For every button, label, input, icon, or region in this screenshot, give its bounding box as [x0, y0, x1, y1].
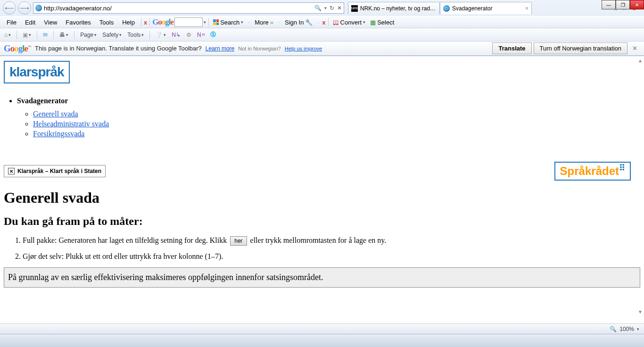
- help-icon[interactable]: ❔▾: [154, 31, 167, 39]
- taskbar[interactable]: [0, 334, 644, 347]
- onenote-settings-icon[interactable]: ⚙: [185, 31, 193, 39]
- skype-icon[interactable]: Ⓢ: [209, 30, 217, 40]
- zoom-dropdown-icon[interactable]: ▾: [637, 327, 639, 331]
- google-translate-logo: Google™: [4, 43, 31, 54]
- klarsprak-stamp: ✕ Klarspråk – Klart språk i Staten: [4, 165, 106, 177]
- nav-link-helse[interactable]: Helseadministrativ svada: [33, 120, 109, 128]
- close-button[interactable]: ✕: [630, 0, 644, 9]
- step-1: Full pakke: Generatoren har laget en til…: [23, 236, 640, 246]
- klarsprak-logo: klarspråk: [4, 61, 70, 83]
- menu-edit[interactable]: Edit: [21, 17, 39, 27]
- convert-button[interactable]: 🕮Convert▾: [331, 19, 368, 26]
- steps-list: Full pakke: Generatoren har laget en til…: [23, 236, 640, 261]
- nav-link-generell[interactable]: Generell svada: [33, 110, 78, 118]
- print-icon: 🖶: [59, 32, 65, 38]
- broken-image-icon: ✕: [8, 168, 15, 174]
- menu-help[interactable]: Help: [118, 17, 139, 27]
- navigation-row: ⟵ ⟶ 🔍▾ ↻ ✕ NRK NRK.no – nyheter, tv og r…: [0, 0, 644, 16]
- nav-heading: Svadagenerator Generell svada Helseadmin…: [17, 97, 640, 138]
- back-button[interactable]: ⟵: [3, 1, 16, 15]
- page-viewport: ▲ ▼ klarspråk Svadagenerator Generell sv…: [0, 56, 644, 316]
- translate-bar: Google™ This page is in Norwegian. Trans…: [0, 41, 644, 56]
- tab-label: NRK.no – nyheter, tv og radio ...: [360, 5, 437, 12]
- page-content: klarspråk Svadagenerator Generell svada …: [0, 56, 644, 297]
- search-icon[interactable]: 🔍: [314, 5, 322, 11]
- tab-close-icon[interactable]: ×: [525, 5, 528, 12]
- browser-chrome: ⟵ ⟶ 🔍▾ ↻ ✕ NRK NRK.no – nyheter, tv og r…: [0, 0, 644, 56]
- menu-view[interactable]: View: [40, 17, 61, 27]
- command-bar: ⌂▾ ▣▾ ✉ 🖶▾ Page▾ Safety▾ Tools▾ ❔▾ N↳ ⚙ …: [0, 28, 644, 41]
- page-nav: Svadagenerator Generell svada Helseadmin…: [17, 97, 640, 138]
- stop-icon[interactable]: ✕: [337, 5, 342, 11]
- step-2: Gjør det selv: Plukk ut ett ord eller ut…: [23, 252, 640, 261]
- refresh-icon[interactable]: ↻: [330, 5, 334, 11]
- address-bar[interactable]: 🔍▾ ↻ ✕: [33, 2, 344, 14]
- toolbar-close-icon[interactable]: x: [144, 19, 147, 26]
- her-button[interactable]: her: [230, 236, 247, 246]
- menu-favorites[interactable]: Favorites: [62, 17, 94, 27]
- tab-strip: NRK NRK.no – nyheter, tv og radio ... Sv…: [348, 2, 532, 14]
- select-icon: ▦: [370, 19, 376, 26]
- tab-label: Svadagenerator: [452, 5, 523, 12]
- google-signin-button[interactable]: Sign In 🔧: [283, 19, 314, 26]
- google-search-button[interactable]: Search▾: [211, 19, 245, 26]
- rss-icon: ▣: [23, 32, 28, 38]
- translate-learn-more-link[interactable]: Learn more: [206, 45, 234, 52]
- zoom-level[interactable]: 100%: [619, 326, 634, 332]
- home-dropdown[interactable]: ⌂▾: [3, 31, 12, 39]
- url-input[interactable]: [44, 5, 313, 12]
- ie-icon: [35, 5, 42, 11]
- translate-message: This page is in Norwegian. Translate it …: [35, 45, 202, 52]
- safety-menu[interactable]: Safety▾: [101, 31, 123, 39]
- stamp-label: Klarspråk – Klart språk i Staten: [17, 168, 101, 174]
- menu-file[interactable]: File: [3, 17, 20, 27]
- window-controls: — ❐ ✕: [602, 0, 644, 9]
- zoom-icon[interactable]: 🔍: [610, 326, 617, 332]
- nav-link-forsikring[interactable]: Forsikringssvada: [33, 130, 84, 138]
- forward-button[interactable]: ⟶: [18, 1, 31, 15]
- onenote-icon[interactable]: N↳: [170, 31, 182, 39]
- tab-svadagenerator[interactable]: Svadagenerator ×: [440, 2, 532, 14]
- menu-tools[interactable]: Tools: [96, 17, 117, 27]
- tools-menu[interactable]: Tools▾: [126, 31, 145, 39]
- generated-sentence: På grunnlag av en særlig effektivisering…: [4, 267, 640, 288]
- home-icon: ⌂: [4, 32, 8, 38]
- translate-button[interactable]: Translate: [492, 42, 531, 54]
- nrk-favicon: NRK: [351, 5, 358, 12]
- sprakradet-logo: Språkrådet⠿: [554, 162, 631, 181]
- google-toolbar-logo: Google: [152, 17, 173, 27]
- print-button[interactable]: 🖶▾: [58, 31, 70, 39]
- page-subtitle: Du kan gå fram på to måter:: [4, 215, 640, 228]
- page-title: Generell svada: [4, 189, 640, 207]
- onenote-clip-icon[interactable]: NR: [196, 31, 206, 39]
- scroll-up-icon[interactable]: ▲: [638, 58, 643, 63]
- ie-favicon: [443, 5, 450, 12]
- translate-help-link[interactable]: Help us improve: [285, 46, 322, 51]
- readmail-button[interactable]: ✉: [41, 31, 49, 39]
- tab-nrk[interactable]: NRK NRK.no – nyheter, tv og radio ...: [348, 2, 440, 14]
- minimize-button[interactable]: —: [602, 0, 616, 9]
- toolbar-close2-icon[interactable]: x: [322, 19, 325, 26]
- translate-not-in: Not in Norwegian?: [238, 46, 281, 51]
- pdf-icon: 🕮: [333, 19, 339, 26]
- page-menu[interactable]: Page▾: [79, 31, 98, 39]
- scroll-down-icon[interactable]: ▼: [638, 309, 643, 314]
- maximize-button[interactable]: ❐: [616, 0, 630, 9]
- feeds-button[interactable]: ▣▾: [21, 31, 33, 39]
- status-bar: 🔍 100% ▾: [0, 323, 644, 334]
- menu-bar: File Edit View Favorites Tools Help x Go…: [0, 16, 644, 28]
- mail-icon: ✉: [43, 32, 48, 38]
- address-bar-icons: 🔍▾ ↻ ✕: [314, 5, 342, 11]
- translate-close-icon[interactable]: ✕: [629, 45, 640, 52]
- select-button[interactable]: ▦Select: [368, 19, 396, 26]
- google-search-input[interactable]: [174, 17, 203, 27]
- google-more-button[interactable]: More »: [253, 19, 275, 26]
- translate-turnoff-button[interactable]: Turn off Norwegian translation: [534, 42, 627, 54]
